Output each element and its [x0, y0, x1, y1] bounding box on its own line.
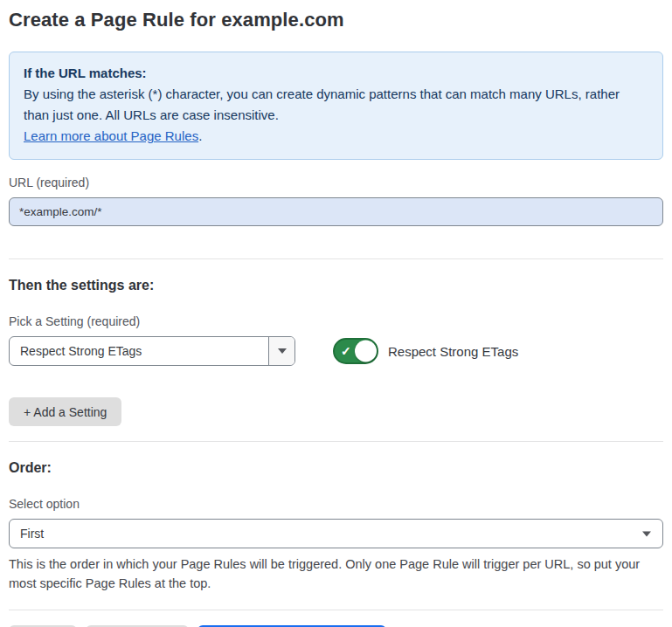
chevron-down-icon — [278, 348, 287, 354]
order-select-label: Select option — [9, 497, 663, 511]
info-box-heading: If the URL matches: — [24, 63, 648, 84]
toggle-label: Respect Strong ETags — [388, 344, 518, 359]
page-title: Create a Page Rule for example.com — [9, 9, 663, 31]
section-divider — [9, 258, 663, 259]
link-period: . — [198, 128, 202, 143]
url-match-info-box: If the URL matches: By using the asteris… — [9, 52, 663, 160]
add-setting-button[interactable]: + Add a Setting — [9, 397, 121, 426]
chevron-down-icon — [642, 532, 651, 537]
pick-setting-label: Pick a Setting (required) — [9, 314, 663, 328]
setting-row: Respect Strong ETags ✓ Respect Strong ET… — [9, 336, 663, 366]
info-box-link-line: Learn more about Page Rules. — [24, 126, 648, 147]
learn-more-link[interactable]: Learn more about Page Rules — [24, 128, 198, 143]
info-box-body: By using the asterisk (*) character, you… — [24, 84, 648, 126]
url-input[interactable] — [9, 197, 663, 226]
footer-divider — [9, 610, 663, 610]
section-divider — [9, 441, 663, 442]
toggle-knob — [355, 341, 377, 362]
settings-section-heading: Then the settings are: — [9, 278, 663, 293]
setting-select-arrow-button[interactable] — [268, 337, 294, 365]
setting-toggle-wrap: ✓ Respect Strong ETags — [333, 338, 518, 364]
order-help-text: This is the order in which your Page Rul… — [9, 555, 655, 593]
setting-select[interactable]: Respect Strong ETags — [9, 336, 295, 366]
setting-select-value: Respect Strong ETags — [10, 337, 268, 365]
order-select-value: First — [20, 527, 44, 541]
url-field-label: URL (required) — [9, 176, 663, 189]
order-select[interactable]: First — [9, 519, 663, 548]
order-section-heading: Order: — [9, 460, 663, 476]
check-icon: ✓ — [341, 345, 351, 357]
respect-strong-etags-toggle[interactable]: ✓ — [333, 338, 378, 364]
